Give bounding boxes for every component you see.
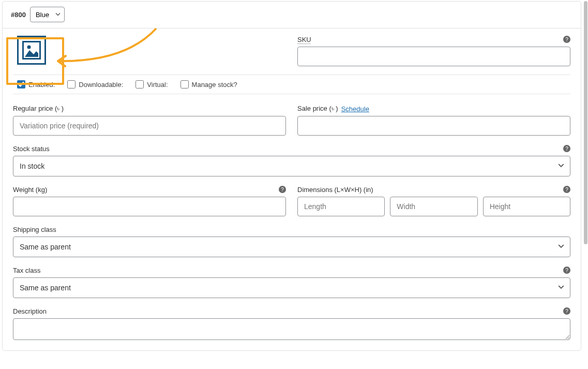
- help-icon[interactable]: ?: [563, 267, 570, 274]
- weight-input[interactable]: [13, 197, 286, 216]
- virtual-label: Virtual:: [147, 81, 168, 88]
- tax-class-label: Tax class: [13, 267, 570, 274]
- tax-class-select[interactable]: Same as parent: [13, 277, 570, 298]
- width-input[interactable]: [390, 197, 477, 216]
- virtual-checkbox-item[interactable]: Virtual:: [135, 80, 168, 88]
- length-input[interactable]: [297, 197, 385, 216]
- stock-status-select[interactable]: In stock: [13, 156, 570, 176]
- downloadable-checkbox-item[interactable]: Downloadable:: [67, 80, 123, 88]
- sale-price-input[interactable]: [297, 116, 570, 136]
- weight-label: Weight (kg): [13, 186, 286, 194]
- help-icon[interactable]: ?: [563, 186, 570, 193]
- variation-header: #800 Blue: [3, 2, 581, 28]
- scrollbar-thumb[interactable]: [584, 1, 587, 244]
- shipping-class-select[interactable]: Same as parent: [13, 237, 570, 257]
- description-label: Description: [13, 307, 570, 315]
- sku-input[interactable]: [297, 47, 570, 66]
- help-icon[interactable]: ?: [563, 145, 570, 152]
- sku-label: SKU: [297, 36, 311, 43]
- downloadable-label: Downloadable:: [79, 81, 123, 88]
- enabled-label: Enabled:: [28, 81, 55, 88]
- description-textarea[interactable]: [13, 318, 570, 340]
- image-icon: [22, 41, 41, 60]
- manage-stock-checkbox-item[interactable]: Manage stock?: [180, 80, 237, 88]
- help-icon[interactable]: ?: [563, 307, 570, 315]
- shipping-class-label: Shipping class: [13, 226, 570, 233]
- downloadable-checkbox[interactable]: [67, 80, 76, 88]
- virtual-checkbox[interactable]: [135, 80, 144, 88]
- height-input[interactable]: [483, 197, 570, 216]
- help-icon[interactable]: ?: [563, 36, 570, 43]
- checkbox-row: Enabled: Downloadable: Virtual: Manage s…: [13, 75, 570, 94]
- regular-price-input[interactable]: [13, 116, 286, 136]
- enabled-checkbox-item[interactable]: Enabled:: [17, 80, 55, 88]
- sale-price-label: Sale price (৳ ) Schedule: [297, 105, 570, 113]
- manage-stock-checkbox[interactable]: [180, 80, 189, 88]
- manage-stock-label: Manage stock?: [192, 81, 237, 88]
- attribute-select[interactable]: Blue: [30, 7, 65, 22]
- svg-point-2: [27, 46, 31, 49]
- help-icon[interactable]: ?: [279, 186, 286, 193]
- stock-status-label: Stock status: [13, 145, 570, 153]
- regular-price-label: Regular price (৳ ): [13, 105, 286, 113]
- variation-image-placeholder[interactable]: [17, 36, 46, 65]
- dimensions-label: Dimensions (L×W×H) (in): [297, 186, 570, 194]
- variation-number: #800: [11, 11, 26, 19]
- enabled-checkbox[interactable]: [17, 80, 25, 88]
- schedule-link[interactable]: Schedule: [341, 105, 369, 113]
